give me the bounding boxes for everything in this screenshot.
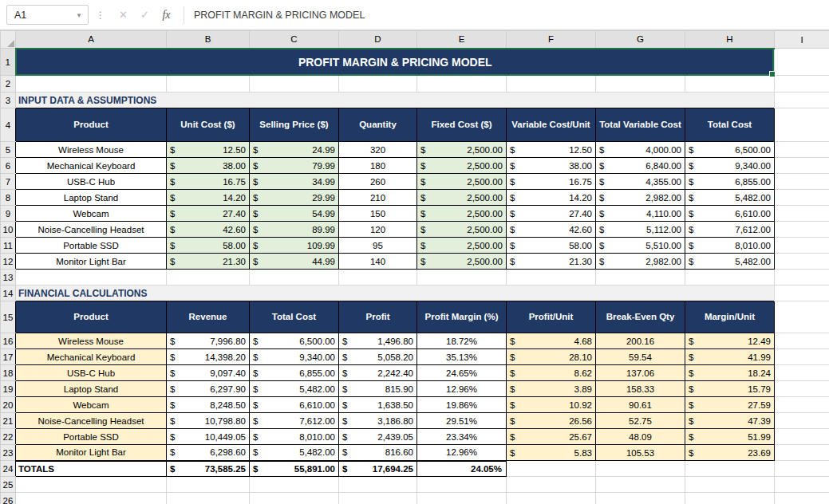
- cell-H25[interactable]: [685, 477, 775, 493]
- cell-B10[interactable]: $42.60: [167, 222, 250, 238]
- cell-C2[interactable]: [250, 76, 339, 93]
- row-header-26[interactable]: 26: [1, 493, 16, 504]
- cell-G19[interactable]: 158.33: [596, 381, 685, 397]
- cell-H22[interactable]: $51.99: [685, 429, 775, 445]
- row-header-6[interactable]: 6: [1, 158, 16, 174]
- cell-D15[interactable]: Profit: [339, 301, 417, 333]
- cell-D11[interactable]: 95: [339, 238, 417, 254]
- cell-I8[interactable]: [775, 190, 829, 206]
- cell-B18[interactable]: $9,097.40: [167, 365, 250, 381]
- cell-C10[interactable]: $89.99: [250, 222, 339, 238]
- cell-G26[interactable]: [596, 493, 685, 504]
- cell-C20[interactable]: $6,610.00: [250, 397, 339, 413]
- cell-H21[interactable]: $47.39: [685, 413, 775, 429]
- name-box-dropdown-icon[interactable]: ▾: [70, 11, 88, 19]
- cell-E20[interactable]: 19.86%: [417, 397, 507, 413]
- cell-A17[interactable]: Mechanical Keyboard: [16, 349, 167, 365]
- cell-C23[interactable]: $5,482.00: [250, 445, 339, 461]
- cell-A18[interactable]: USB-C Hub: [16, 365, 167, 381]
- cell-G6[interactable]: $6,840.00: [596, 158, 685, 174]
- cell-D26[interactable]: [339, 493, 417, 504]
- cell-I2[interactable]: [775, 76, 829, 93]
- cell-I1[interactable]: [775, 49, 829, 76]
- cell-E12[interactable]: $2,500.00: [417, 254, 507, 270]
- row-header-3[interactable]: 3: [1, 93, 16, 108]
- cell-G15[interactable]: Break-Even Qty: [596, 301, 685, 333]
- cell-B17[interactable]: $14,398.20: [167, 349, 250, 365]
- cell-B23[interactable]: $6,298.60: [167, 445, 250, 461]
- cell-G13[interactable]: [596, 270, 685, 285]
- cell-B8[interactable]: $14.20: [167, 190, 250, 206]
- cell-F11[interactable]: $58.00: [507, 238, 596, 254]
- cell-A9[interactable]: Webcam: [16, 206, 167, 222]
- cell-B15[interactable]: Revenue: [167, 301, 250, 333]
- cell-E9[interactable]: $2,500.00: [417, 206, 507, 222]
- cell-I11[interactable]: [775, 238, 829, 254]
- cell-C13[interactable]: [250, 270, 339, 285]
- cell-E5[interactable]: $2,500.00: [417, 142, 507, 158]
- cell-H7[interactable]: $6,855.00: [685, 174, 775, 190]
- cell-G2[interactable]: [596, 76, 685, 93]
- cell-A26[interactable]: [16, 493, 167, 504]
- cell-D17[interactable]: $5,058.20: [339, 349, 417, 365]
- cell-E4[interactable]: Fixed Cost ($): [417, 108, 507, 142]
- cell-E17[interactable]: 35.13%: [417, 349, 507, 365]
- cell-F21[interactable]: $26.56: [507, 413, 596, 429]
- cell-E2[interactable]: [417, 76, 507, 93]
- cell-I24[interactable]: [775, 461, 829, 477]
- cell-I5[interactable]: [775, 142, 829, 158]
- cell-I21[interactable]: [775, 413, 829, 429]
- column-header-B[interactable]: B: [167, 31, 250, 49]
- cell-B22[interactable]: $10,449.05: [167, 429, 250, 445]
- enter-icon[interactable]: ✓: [134, 9, 156, 21]
- cell-B24[interactable]: $73,585.25: [167, 461, 250, 477]
- cell-A7[interactable]: USB-C Hub: [16, 174, 167, 190]
- cell-F22[interactable]: $25.67: [507, 429, 596, 445]
- cell-D24[interactable]: $17,694.25: [339, 461, 417, 477]
- column-header-C[interactable]: C: [250, 31, 339, 49]
- cell-A12[interactable]: Monitor Light Bar: [16, 254, 167, 270]
- cell-H19[interactable]: $15.79: [685, 381, 775, 397]
- cell-H9[interactable]: $6,610.00: [685, 206, 775, 222]
- cell-D2[interactable]: [339, 76, 417, 93]
- cell-I19[interactable]: [775, 381, 829, 397]
- cell-F25[interactable]: [507, 477, 596, 493]
- cell-E25[interactable]: [417, 477, 507, 493]
- cell-B26[interactable]: [167, 493, 250, 504]
- cell-G22[interactable]: 48.09: [596, 429, 685, 445]
- cell-A15[interactable]: Product: [16, 301, 167, 333]
- cell-H5[interactable]: $6,500.00: [685, 142, 775, 158]
- cell-A25[interactable]: [16, 477, 167, 493]
- cell-G17[interactable]: 59.54: [596, 349, 685, 365]
- cell-E7[interactable]: $2,500.00: [417, 174, 507, 190]
- cell-E19[interactable]: 12.96%: [417, 381, 507, 397]
- cell-H18[interactable]: $18.24: [685, 365, 775, 381]
- cell-B13[interactable]: [167, 270, 250, 285]
- row-header-4[interactable]: 4: [1, 108, 16, 142]
- cell-E24[interactable]: 24.05%: [417, 461, 507, 477]
- cell-C5[interactable]: $24.99: [250, 142, 339, 158]
- row-header-5[interactable]: 5: [1, 142, 16, 158]
- row-header-10[interactable]: 10: [1, 222, 16, 238]
- cell-G25[interactable]: [596, 477, 685, 493]
- cell-H8[interactable]: $5,482.00: [685, 190, 775, 206]
- cell-G12[interactable]: $2,982.00: [596, 254, 685, 270]
- cell-C15[interactable]: Total Cost: [250, 301, 339, 333]
- cell-I23[interactable]: [775, 445, 829, 461]
- cell-B25[interactable]: [167, 477, 250, 493]
- cell-A21[interactable]: Noise-Cancelling Headset: [16, 413, 167, 429]
- cell-D7[interactable]: 260: [339, 174, 417, 190]
- row-header-9[interactable]: 9: [1, 206, 16, 222]
- cell-I13[interactable]: [775, 270, 829, 285]
- cell-F13[interactable]: [507, 270, 596, 285]
- cell-A5[interactable]: Wireless Mouse: [16, 142, 167, 158]
- row-header-16[interactable]: 16: [1, 333, 16, 349]
- cell-F7[interactable]: $16.75: [507, 174, 596, 190]
- row-header-8[interactable]: 8: [1, 190, 16, 206]
- row-header-13[interactable]: 13: [1, 270, 16, 285]
- cell-I4[interactable]: [775, 108, 829, 142]
- row-header-20[interactable]: 20: [1, 397, 16, 413]
- cell-I9[interactable]: [775, 206, 829, 222]
- cell-D20[interactable]: $1,638.50: [339, 397, 417, 413]
- row-header-2[interactable]: 2: [1, 76, 16, 93]
